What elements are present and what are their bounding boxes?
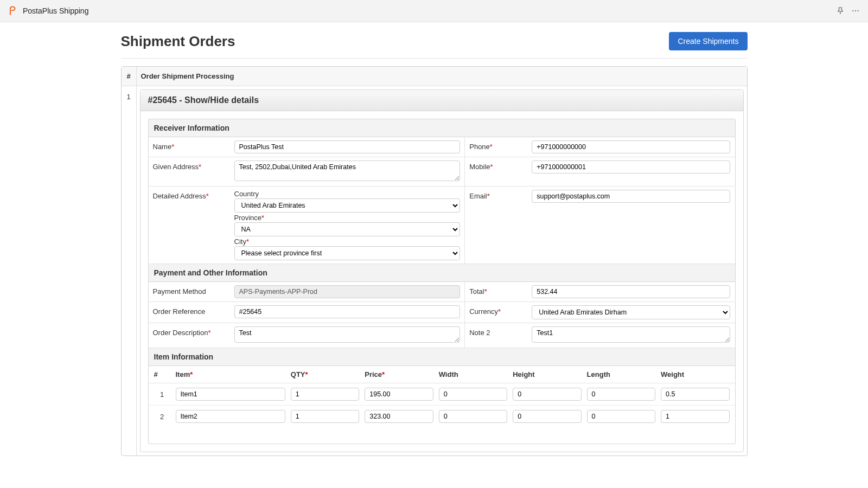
item-col-height: Height <box>513 370 581 378</box>
label-mobile: Mobile* <box>469 160 532 183</box>
create-shipments-button[interactable]: Create Shipments <box>669 32 747 50</box>
label-detailed-address: Detailed Address* <box>153 190 234 260</box>
item-index: 1 <box>154 390 170 399</box>
city-select[interactable]: Please select province first <box>234 246 461 260</box>
item-index: 2 <box>154 413 170 421</box>
item-height-input[interactable] <box>513 388 581 401</box>
item-col-num: # <box>154 370 170 378</box>
svg-point-0 <box>852 10 853 11</box>
item-qty-input[interactable] <box>291 388 359 401</box>
section-receiver: Receiver Information <box>149 119 735 137</box>
item-name-input[interactable] <box>176 388 285 401</box>
svg-point-2 <box>858 10 859 11</box>
item-weight-input[interactable] <box>661 388 729 401</box>
item-length-input[interactable] <box>587 388 655 401</box>
currency-select[interactable]: United Arab Emirates Dirham <box>532 305 730 319</box>
phone-input[interactable] <box>532 140 730 153</box>
item-price-input[interactable] <box>365 388 433 401</box>
item-name-input[interactable] <box>176 410 285 423</box>
label-email: Email* <box>469 190 532 260</box>
item-row: 1 <box>149 383 735 406</box>
item-col-width: Width <box>439 370 507 378</box>
app-title: PostaPlus Shipping <box>23 7 88 15</box>
label-order-reference: Order Reference <box>153 305 234 319</box>
name-input[interactable] <box>234 140 461 153</box>
label-phone: Phone* <box>469 140 532 153</box>
panel-toggle[interactable]: #25645 - Show/Hide details <box>141 90 743 111</box>
email-input[interactable] <box>532 190 730 203</box>
payment-method-input <box>234 285 461 298</box>
note2-input[interactable]: Test1 <box>532 326 730 343</box>
item-price-input[interactable] <box>365 410 433 423</box>
orders-table: # Order Shipment Processing 1 #25645 - S… <box>121 66 748 456</box>
label-payment-method: Payment Method <box>153 285 234 298</box>
section-items: Item Information <box>149 348 735 366</box>
label-country: Country <box>234 190 461 198</box>
province-select[interactable]: NA <box>234 222 461 236</box>
item-length-input[interactable] <box>587 410 655 423</box>
item-qty-input[interactable] <box>291 410 359 423</box>
divider <box>121 58 748 59</box>
label-city: City* <box>234 237 461 246</box>
order-description-input[interactable]: Test <box>234 326 461 343</box>
postaplus-logo-icon <box>8 5 18 16</box>
item-width-input[interactable] <box>439 388 507 401</box>
item-col-length: Length <box>587 370 655 378</box>
more-icon[interactable] <box>851 6 860 16</box>
order-reference-input[interactable] <box>234 305 461 318</box>
mobile-input[interactable] <box>532 160 730 174</box>
country-select[interactable]: United Arab Emirates <box>234 198 461 213</box>
pin-icon[interactable] <box>835 6 845 16</box>
label-province: Province* <box>234 214 461 222</box>
item-row: 2 <box>149 406 735 427</box>
col-header-processing: Order Shipment Processing <box>137 67 747 86</box>
svg-point-1 <box>855 10 856 11</box>
item-col-qty: QTY* <box>291 370 359 378</box>
label-order-description: Order Description* <box>153 326 234 344</box>
label-given-address: Given Address* <box>153 160 234 183</box>
order-panel: #25645 - Show/Hide details Receiver Info… <box>140 89 744 452</box>
label-total: Total* <box>469 285 532 298</box>
item-weight-input[interactable] <box>661 410 729 423</box>
item-height-input[interactable] <box>513 410 581 423</box>
page-title: Shipment Orders <box>121 33 235 50</box>
item-col-weight: Weight <box>661 370 729 378</box>
section-payment: Payment and Other Information <box>149 264 735 282</box>
col-header-number: # <box>122 67 137 86</box>
item-col-price: Price* <box>365 370 433 378</box>
item-width-input[interactable] <box>439 410 507 423</box>
row-number: 1 <box>122 86 137 455</box>
label-currency: Currency* <box>469 305 532 319</box>
label-note2: Note 2 <box>469 326 532 344</box>
topbar: PostaPlus Shipping <box>0 0 868 22</box>
total-input[interactable] <box>532 285 730 298</box>
given-address-input[interactable]: Test, 2502,Dubai,United Arab Emirates <box>234 160 461 181</box>
label-name: Name* <box>153 140 234 153</box>
item-col-item: Item* <box>176 370 285 378</box>
